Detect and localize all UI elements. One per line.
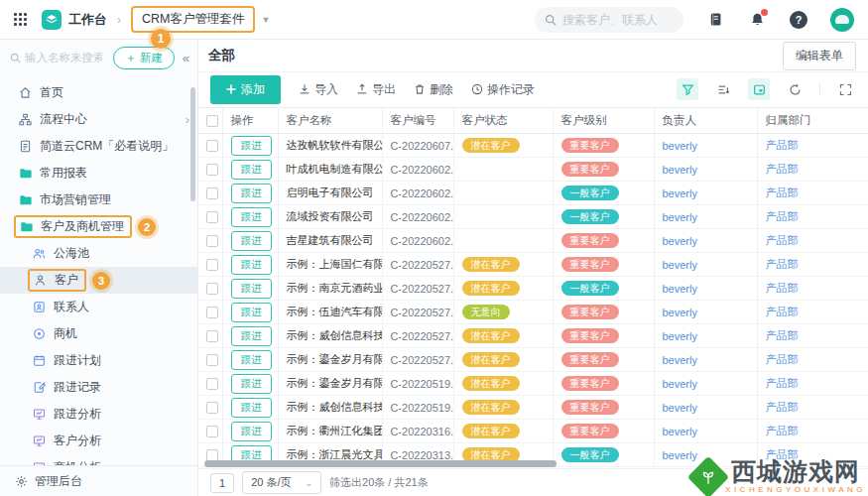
owner-link[interactable]: beverly — [663, 426, 697, 437]
owner-link[interactable]: beverly — [663, 354, 697, 366]
follow-up-button[interactable]: 跟进 — [231, 422, 272, 441]
row-checkbox[interactable] — [206, 259, 218, 271]
sidebar-item-flow[interactable]: 流程中心› — [0, 106, 197, 133]
owner-link[interactable]: beverly — [663, 187, 697, 199]
owner-link[interactable]: beverly — [663, 211, 697, 223]
sidebar-item-doc[interactable]: 简道云CRM「必看说明」 — [0, 133, 197, 160]
row-checkbox[interactable] — [206, 187, 218, 199]
follow-up-button[interactable]: 跟进 — [231, 398, 272, 418]
follow-up-button[interactable]: 跟进 — [231, 184, 272, 203]
sidebar-item-plan[interactable]: 跟进计划 — [0, 347, 197, 374]
table-row[interactable]: 跟进示例：鎏金岁月有限...C-20220519...潜在客户重要客户bever… — [198, 372, 868, 396]
follow-up-button[interactable]: 跟进 — [231, 231, 272, 251]
department-link[interactable]: 产品部 — [766, 306, 799, 317]
filter-icon[interactable] — [677, 78, 698, 100]
table-row[interactable]: 跟进达孜帆软软件有限公...C-20220607...潜在客户重要客户bever… — [198, 134, 868, 158]
sidebar-item-target[interactable]: 商机 — [0, 320, 197, 347]
department-link[interactable]: 产品部 — [766, 329, 799, 341]
sidebar-item-chart[interactable]: 客户分析 — [0, 428, 197, 454]
row-checkbox[interactable] — [206, 235, 218, 247]
follow-up-button[interactable]: 跟进 — [231, 326, 272, 346]
sidebar-collapse-icon[interactable]: « — [181, 51, 191, 65]
table-row[interactable]: 跟进示例：鎏金岁月有限...C-20220527...潜在客户重要客户bever… — [198, 348, 868, 372]
row-checkbox[interactable] — [206, 402, 218, 414]
sidebar-item-admin-backend[interactable]: 管理后台 — [0, 465, 197, 496]
follow-up-button[interactable]: 跟进 — [231, 374, 272, 394]
follow-up-button[interactable]: 跟进 — [231, 255, 272, 275]
card-view-icon[interactable] — [748, 78, 770, 100]
table-row[interactable]: 跟进叶成机电制造有限公...C-20220602...重要客户beverly产品… — [198, 158, 868, 182]
owner-link[interactable]: beverly — [663, 378, 697, 390]
department-link[interactable]: 产品部 — [766, 401, 799, 413]
department-link[interactable]: 产品部 — [766, 234, 799, 246]
department-link[interactable]: 产品部 — [766, 282, 799, 294]
follow-up-button[interactable]: 跟进 — [231, 350, 272, 370]
follow-up-button[interactable]: 跟进 — [231, 160, 272, 180]
owner-link[interactable]: beverly — [663, 283, 697, 295]
sidebar-item-record[interactable]: 跟进记录 — [0, 374, 197, 401]
owner-link[interactable]: beverly — [663, 307, 697, 318]
department-link[interactable]: 产品部 — [766, 186, 799, 198]
sidebar-search[interactable] — [10, 52, 107, 63]
app-tab-crm-suite[interactable]: CRM客户管理套件 — [131, 6, 255, 33]
sidebar-item-folder[interactable]: 常用报表 — [0, 160, 197, 186]
sidebar-item-home[interactable]: 首页 — [0, 79, 197, 106]
follow-up-button[interactable]: 跟进 — [231, 136, 272, 156]
row-checkbox[interactable] — [206, 426, 218, 437]
sort-settings-icon[interactable] — [712, 78, 734, 100]
row-checkbox[interactable] — [206, 449, 218, 461]
table-row[interactable]: 跟进示例：南京元酒药业C-20220527...潜在客户一般客户beverly产… — [198, 277, 868, 301]
owner-link[interactable]: beverly — [663, 449, 697, 461]
row-checkbox[interactable] — [206, 211, 218, 223]
new-button[interactable]: ＋ 新建 — [113, 47, 175, 69]
horizontal-scrollbar[interactable] — [204, 460, 557, 467]
sidebar-item-chart[interactable]: 商机分析 — [0, 454, 197, 465]
import-button[interactable]: 导入 — [299, 81, 338, 98]
row-checkbox[interactable] — [206, 283, 218, 295]
owner-link[interactable]: beverly — [663, 164, 697, 176]
table-row[interactable]: 跟进流域投资有限公司C-20220602...一般客户beverly产品部 — [198, 205, 868, 229]
row-checkbox[interactable] — [206, 140, 218, 152]
select-all-checkbox[interactable] — [206, 115, 218, 127]
app-grid-icon[interactable] — [14, 13, 28, 27]
global-search[interactable] — [535, 7, 683, 33]
page-size-select[interactable]: 20 条/页 ⌄ — [242, 471, 321, 494]
follow-up-button[interactable]: 跟进 — [231, 303, 272, 322]
chevron-down-icon[interactable]: ▼ — [261, 15, 270, 25]
department-link[interactable]: 产品部 — [766, 353, 799, 365]
row-checkbox[interactable] — [206, 307, 218, 318]
table-row[interactable]: 跟进示例：伍迪汽车有限...C-20220527...无意向重要客户beverl… — [198, 301, 868, 324]
table-row[interactable]: 跟进启明电子有限公司C-20220602...一般客户beverly产品部 — [198, 182, 868, 205]
owner-link[interactable]: beverly — [663, 330, 697, 342]
sidebar-item-user-selected[interactable]: 客户3 — [0, 267, 197, 294]
department-link[interactable]: 产品部 — [766, 139, 799, 151]
row-checkbox[interactable] — [206, 330, 218, 342]
follow-up-button[interactable]: 跟进 — [231, 279, 272, 299]
sidebar-item-folder[interactable]: 客户及商机管理2 — [0, 213, 197, 240]
add-button[interactable]: 添加 — [210, 75, 281, 104]
refresh-icon[interactable] — [784, 78, 806, 100]
help-icon[interactable]: ? — [789, 10, 808, 30]
row-checkbox[interactable] — [206, 378, 218, 390]
export-button[interactable]: 导出 — [356, 81, 396, 98]
table-row[interactable]: 跟进示例：上海国仁有限...C-20220527...潜在客户重要客户bever… — [198, 253, 868, 277]
sidebar-item-contact[interactable]: 联系人 — [0, 294, 197, 320]
fullscreen-icon[interactable] — [834, 78, 856, 100]
owner-link[interactable]: beverly — [663, 140, 697, 152]
notifications-bell-icon[interactable] — [747, 10, 767, 30]
user-avatar[interactable] — [830, 8, 854, 32]
global-search-input[interactable] — [562, 13, 672, 27]
follow-up-button[interactable]: 跟进 — [231, 207, 272, 227]
edit-form-button[interactable]: 编辑表单 — [783, 42, 856, 70]
workspace-label[interactable]: 工作台 — [68, 11, 107, 29]
department-link[interactable]: 产品部 — [766, 163, 799, 175]
owner-link[interactable]: beverly — [663, 402, 697, 414]
sidebar-search-input[interactable] — [25, 52, 102, 63]
sidebar-item-chart[interactable]: 跟进分析 — [0, 401, 197, 428]
operation-log-button[interactable]: 操作记录 — [471, 81, 535, 98]
table-row[interactable]: 跟进示例：威创信息科技...C-20220519...潜在客户重要客户bever… — [198, 396, 868, 420]
department-link[interactable]: 产品部 — [766, 377, 799, 389]
department-link[interactable]: 产品部 — [766, 258, 799, 270]
sidebar-item-users[interactable]: 公海池 — [0, 240, 197, 267]
table-row[interactable]: 跟进示例：衢州江化集团C-20220316...潜在客户重要客户beverly产… — [198, 420, 868, 443]
